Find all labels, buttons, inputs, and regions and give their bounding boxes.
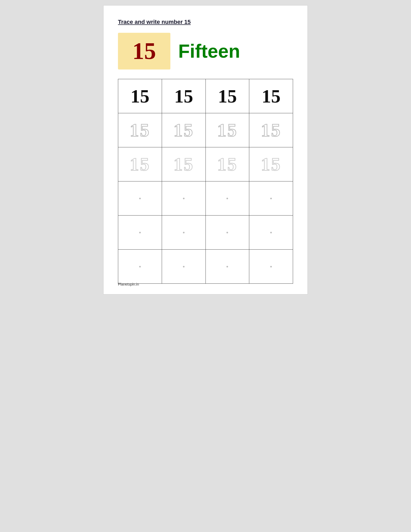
page-title: Trace and write number 15 <box>118 19 293 25</box>
empty-cell <box>118 181 162 216</box>
solid-number: 15 <box>218 86 237 107</box>
table-cell: 15 <box>249 147 293 181</box>
table-row <box>118 181 293 216</box>
center-dot <box>226 266 228 267</box>
trace-number: 15 <box>174 154 194 174</box>
table-cell: 15 <box>249 113 293 147</box>
center-dot <box>183 232 185 233</box>
table-row: 15 15 15 15 <box>118 147 293 181</box>
trace-number: 15 <box>261 120 281 140</box>
center-dot <box>139 232 141 233</box>
center-dot <box>139 198 141 199</box>
empty-cell <box>249 181 293 216</box>
worksheet-page: Trace and write number 15 15 Fifteen 15 … <box>103 5 308 294</box>
center-dot <box>270 266 272 267</box>
center-dot <box>270 232 272 233</box>
table-cell: 15 <box>162 113 206 147</box>
empty-cell <box>206 181 249 216</box>
trace-number: 15 <box>130 154 150 174</box>
trace-number: 15 <box>130 120 150 140</box>
table-cell: 15 <box>249 79 293 113</box>
table-row: 15 15 15 15 <box>118 113 293 147</box>
table-row: 15 15 15 15 <box>118 79 293 113</box>
solid-number: 15 <box>131 86 149 107</box>
word-label: Fifteen <box>178 40 240 62</box>
practice-grid: 15 15 15 15 15 15 <box>118 79 293 284</box>
table-cell: 15 <box>206 79 249 113</box>
table-cell: 15 <box>118 147 162 181</box>
number-box: 15 <box>118 33 170 69</box>
table-cell: 15 <box>162 79 206 113</box>
solid-number: 15 <box>262 86 280 107</box>
empty-cell <box>206 216 249 250</box>
trace-number: 15 <box>217 154 237 174</box>
table-cell: 15 <box>206 147 249 181</box>
footer-text: Planetspin.in <box>118 282 139 286</box>
center-dot <box>183 198 185 199</box>
empty-cell <box>162 250 206 284</box>
table-row <box>118 250 293 284</box>
solid-number: 15 <box>174 86 193 107</box>
center-dot <box>183 266 185 267</box>
table-cell: 15 <box>118 79 162 113</box>
trace-number: 15 <box>261 154 281 174</box>
empty-cell <box>206 250 249 284</box>
center-dot <box>139 266 141 267</box>
empty-cell <box>118 216 162 250</box>
table-cell: 15 <box>162 147 206 181</box>
center-dot <box>226 198 228 199</box>
center-dot <box>270 198 272 199</box>
header-section: 15 Fifteen <box>118 33 293 69</box>
empty-cell <box>249 216 293 250</box>
empty-cell <box>249 250 293 284</box>
number-display: 15 <box>132 39 156 63</box>
table-cell: 15 <box>118 113 162 147</box>
table-row <box>118 216 293 250</box>
trace-number: 15 <box>174 120 194 140</box>
empty-cell <box>162 216 206 250</box>
empty-cell <box>162 181 206 216</box>
center-dot <box>226 232 228 233</box>
empty-cell <box>118 250 162 284</box>
table-cell: 15 <box>206 113 249 147</box>
trace-number: 15 <box>217 120 237 140</box>
